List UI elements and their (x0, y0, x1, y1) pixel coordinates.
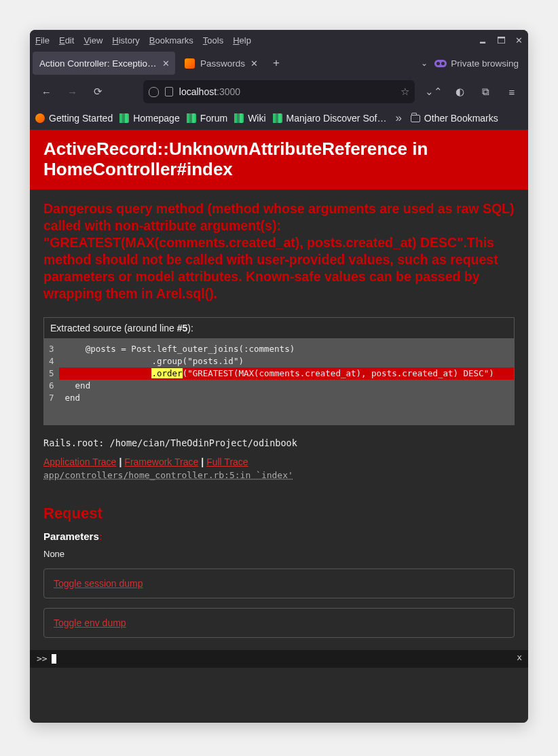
bookmark-star-icon[interactable]: ☆ (401, 86, 409, 98)
mask-icon (434, 60, 447, 67)
extracted-source-box: Extracted source (around line #5): 34567… (43, 317, 515, 425)
private-browsing-label: Private browsing (451, 58, 519, 69)
menu-tools[interactable]: Tools (203, 35, 223, 46)
manjaro-icon (273, 113, 282, 123)
parameters-label: Parameters (43, 530, 99, 542)
manjaro-icon (119, 113, 129, 123)
error-message: Dangerous query method (method whose arg… (43, 200, 515, 302)
other-bookmarks-folder[interactable]: Other Bookmarks (411, 113, 498, 124)
toggle-session-dump[interactable]: Toggle session dump (43, 569, 515, 598)
back-button[interactable]: ← (35, 80, 57, 103)
console-cursor (52, 654, 56, 664)
trace-links: Application Trace|Framework Trace|Full T… (30, 448, 528, 467)
error-title: ActiveRecord::UnknownAttributeReference … (43, 139, 515, 180)
browser-window: FileEditViewHistoryBookmarksToolsHelp 🗕 … (30, 30, 528, 723)
toggle-session-dump-link[interactable]: Toggle session dump (54, 578, 143, 589)
tab-action-controller[interactable]: Action Controller: Exception ca ✕ (33, 52, 175, 75)
bookmarks-toolbar: Getting Started Homepage Forum Wiki Manj… (30, 107, 528, 130)
manjaro-icon (234, 113, 244, 123)
url-rest: :3000 (217, 86, 240, 97)
shield-icon (149, 87, 159, 97)
console-prompt: >> (37, 653, 48, 664)
web-console[interactable]: >> x (30, 650, 528, 668)
url-bar[interactable]: localhost:3000 ☆ (143, 80, 415, 103)
code-line: .order("GREATEST(MAX(comments.created_at… (59, 367, 514, 380)
request-heading: Request (30, 480, 528, 522)
bookmark-getting-started[interactable]: Getting Started (35, 113, 113, 124)
app-menu-icon[interactable]: ≡ (501, 80, 523, 103)
toggle-env-dump[interactable]: Toggle env dump (43, 608, 515, 638)
manjaro-icon (187, 113, 196, 123)
all-tabs-chevron-icon[interactable]: ⌄ (417, 58, 432, 68)
window-maximize-icon[interactable]: 🗖 (497, 35, 506, 46)
firefox-icon (35, 113, 45, 123)
console-close-icon[interactable]: x (517, 652, 522, 662)
firefox-icon (185, 58, 195, 69)
error-header: ActiveRecord::UnknownAttributeReference … (30, 130, 528, 190)
code-lines: @posts = Post.left_outer_joins(:comments… (59, 339, 514, 425)
private-browsing-indicator: Private browsing (434, 58, 525, 69)
toggle-env-dump-link[interactable]: Toggle env dump (54, 617, 126, 628)
tab-label: Passwords (200, 58, 245, 69)
parameters-value: None (30, 542, 528, 559)
menu-bar: FileEditViewHistoryBookmarksToolsHelp 🗕 … (30, 30, 528, 50)
tab-passwords[interactable]: Passwords ✕ (178, 52, 263, 75)
bookmarks-overflow-icon[interactable]: » (393, 111, 403, 125)
window-minimize-icon[interactable]: 🗕 (479, 35, 487, 46)
folder-icon (411, 115, 420, 122)
bookmark-forum[interactable]: Forum (187, 113, 227, 124)
page-content: ActiveRecord::UnknownAttributeReference … (30, 130, 528, 723)
pocket-icon[interactable]: ⌄⌃ (423, 80, 445, 103)
menu-view[interactable]: View (83, 35, 103, 46)
extracted-source-title: Extracted source (around line #5): (44, 318, 514, 339)
rails-root: Rails.root: /home/cian/TheOdinProject/od… (30, 425, 528, 448)
menu-help[interactable]: Help (233, 35, 251, 46)
nav-toolbar: ← → ⟳ localhost:3000 ☆ ⌄⌃ ◐ ⧉ ≡ (30, 76, 528, 107)
parameters-row: Parameters: (30, 522, 528, 542)
account-icon[interactable]: ◐ (449, 80, 470, 103)
reload-button[interactable]: ⟳ (88, 80, 109, 103)
forward-button[interactable]: → (61, 80, 83, 103)
code-line: @posts = Post.left_outer_joins(:comments… (59, 343, 514, 355)
code-line: end (59, 392, 514, 404)
new-tab-button[interactable]: + (266, 56, 286, 70)
full-trace-link[interactable]: Full Trace (206, 456, 248, 467)
tab-label: Action Controller: Exception ca (39, 58, 157, 69)
console-output-area (30, 668, 528, 723)
menu-edit[interactable]: Edit (59, 35, 74, 46)
window-close-icon[interactable]: ✕ (515, 35, 523, 46)
code-gutter: 34567 (44, 339, 59, 425)
menu-file[interactable]: File (35, 35, 50, 46)
document-icon (165, 87, 173, 96)
stack-frame-link[interactable]: app/controllers/home_controller.rb:5:in … (30, 467, 528, 480)
url-host: localhost (179, 86, 217, 97)
menu-history[interactable]: History (112, 35, 139, 46)
menu-bookmarks[interactable]: Bookmarks (149, 35, 193, 46)
framework-trace-link[interactable]: Framework Trace (124, 456, 198, 467)
code-line: .group("posts.id") (59, 355, 514, 367)
application-trace-link[interactable]: Application Trace (43, 456, 116, 467)
close-icon[interactable]: ✕ (250, 58, 258, 69)
bookmark-manjaro-discover[interactable]: Manjaro Discover Sof… (273, 113, 387, 124)
close-icon[interactable]: ✕ (162, 58, 170, 69)
bookmark-wiki[interactable]: Wiki (234, 113, 265, 124)
code-line: end (59, 380, 514, 392)
tab-bar: Action Controller: Exception ca ✕ Passwo… (30, 50, 528, 76)
bookmark-homepage[interactable]: Homepage (119, 113, 180, 124)
extensions-icon[interactable]: ⧉ (475, 80, 496, 103)
